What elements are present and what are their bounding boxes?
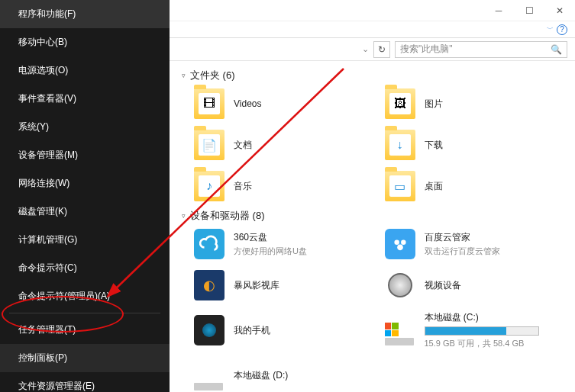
- folder-icon: ↓: [385, 130, 415, 160]
- address-bar-row: ⌄ ↻ 搜索"此电脑" 🔍: [170, 38, 575, 61]
- folder-pictures[interactable]: 🖼 图片: [385, 88, 568, 119]
- menu-item-cmd-admin[interactable]: 命令提示符(管理员)(A): [0, 282, 170, 310]
- baidu-icon: [385, 229, 415, 259]
- device-label: 暴风影视库: [234, 279, 279, 292]
- menu-item-network[interactable]: 网络连接(W): [0, 169, 170, 198]
- drive-label: 本地磁盘 (D:): [234, 369, 288, 382]
- device-label: 我的手机: [234, 324, 270, 337]
- address-dropdown[interactable]: ⌄: [362, 44, 369, 54]
- drive-sublabel: 15.9 GB 可用，共 58.4 GB: [425, 338, 547, 349]
- menu-item-power[interactable]: 电源选项(O): [0, 56, 170, 85]
- svg-point-2: [397, 245, 403, 251]
- device-drive-d[interactable]: 本地磁盘 (D:): [194, 360, 377, 390]
- chevron-down-icon[interactable]: ﹀: [547, 24, 554, 34]
- device-baiducloud[interactable]: 百度云管家 双击运行百度云管家: [385, 229, 568, 259]
- device-sublabel: 方便好用的网络U盘: [234, 246, 307, 257]
- devices-grid: 360云盘 方便好用的网络U盘 百度云管家 双击运行百度云管家 ◐ 暴风影视库: [179, 229, 575, 390]
- folder-label: 音乐: [234, 180, 252, 193]
- folders-grid: 🎞 Videos 🖼 图片 📄 文档 ↓ 下载 ♪ 音乐 ▭ 桌面: [179, 88, 575, 201]
- search-placeholder: 搜索"此电脑": [400, 43, 453, 56]
- ribbon-collapse-row: ﹀ ?: [170, 21, 575, 38]
- menu-item-diskmgmt[interactable]: 磁盘管理(K): [0, 198, 170, 226]
- folder-videos[interactable]: 🎞 Videos: [194, 88, 377, 119]
- menu-item-explorer[interactable]: 文件资源管理器(E): [0, 372, 170, 392]
- device-label: 360云盘: [234, 231, 307, 244]
- explorer-window: ─ ☐ ✕ ﹀ ? ⌄ ↻ 搜索"此电脑" 🔍 ▿ 文件夹 (6) 🎞 Vide…: [170, 0, 575, 392]
- refresh-button[interactable]: ↻: [373, 41, 390, 58]
- folder-desktop[interactable]: ▭ 桌面: [385, 171, 568, 201]
- menu-item-programs[interactable]: 程序和功能(F): [0, 0, 170, 28]
- menu-item-controlpanel[interactable]: 控制面板(P): [0, 344, 170, 372]
- search-input[interactable]: 搜索"此电脑" 🔍: [395, 41, 567, 58]
- menu-item-taskmgr[interactable]: 任务管理器(T): [0, 316, 170, 344]
- folder-documents[interactable]: 📄 文档: [194, 130, 377, 160]
- device-sublabel: 双击运行百度云管家: [425, 246, 500, 257]
- chevron-down-icon: ▿: [182, 212, 186, 220]
- svg-point-1: [401, 240, 406, 246]
- device-phone[interactable]: 我的手机: [194, 311, 377, 349]
- baofeng-icon: ◐: [194, 270, 225, 300]
- device-drive-c[interactable]: 本地磁盘 (C:) 15.9 GB 可用，共 58.4 GB: [385, 311, 568, 349]
- folder-label: 图片: [425, 98, 443, 111]
- folder-label: 文档: [234, 139, 252, 152]
- folder-icon: ♪: [194, 171, 225, 201]
- device-baofeng[interactable]: ◐ 暴风影视库: [194, 270, 377, 300]
- folder-label: 桌面: [425, 180, 443, 193]
- cloud-icon: [194, 229, 225, 259]
- drive-icon: [385, 315, 415, 345]
- folder-label: 下载: [425, 139, 443, 152]
- menu-separator: [9, 313, 160, 313]
- chevron-down-icon: ▿: [182, 72, 186, 79]
- device-webcam[interactable]: 视频设备: [385, 270, 568, 300]
- content-area: ▿ 文件夹 (6) 🎞 Videos 🖼 图片 📄 文档 ↓ 下载 ♪ 音乐: [170, 61, 575, 392]
- minimize-button[interactable]: ─: [483, 0, 514, 21]
- folder-label: Videos: [234, 98, 261, 109]
- folder-icon: ▭: [385, 171, 415, 201]
- drive-icon: [194, 360, 225, 390]
- device-label: 百度云管家: [425, 231, 500, 244]
- svg-point-0: [394, 240, 399, 246]
- folder-music[interactable]: ♪ 音乐: [194, 171, 377, 201]
- device-360cloud[interactable]: 360云盘 方便好用的网络U盘: [194, 229, 377, 259]
- menu-item-system[interactable]: 系统(Y): [0, 113, 170, 141]
- search-icon: 🔍: [551, 44, 562, 55]
- help-icon[interactable]: ?: [557, 24, 567, 35]
- phone-icon: [194, 315, 225, 345]
- menu-item-devicemgr[interactable]: 设备管理器(M): [0, 141, 170, 169]
- group-header-devices[interactable]: ▿ 设备和驱动器 (8): [182, 209, 575, 223]
- folder-icon: 🖼: [385, 88, 415, 119]
- group-title-folders: 文件夹 (6): [190, 69, 235, 82]
- group-title-devices: 设备和驱动器 (8): [190, 209, 265, 223]
- menu-item-compmgmt[interactable]: 计算机管理(G): [0, 226, 170, 254]
- winx-context-menu: 程序和功能(F) 移动中心(B) 电源选项(O) 事件查看器(V) 系统(Y) …: [0, 0, 170, 392]
- drive-label: 本地磁盘 (C:): [425, 311, 547, 324]
- close-button[interactable]: ✕: [544, 0, 575, 21]
- maximize-button[interactable]: ☐: [514, 0, 544, 21]
- folder-icon: 📄: [194, 130, 225, 160]
- folder-downloads[interactable]: ↓ 下载: [385, 130, 568, 160]
- menu-item-eventviewer[interactable]: 事件查看器(V): [0, 85, 170, 113]
- menu-item-mobility[interactable]: 移动中心(B): [0, 28, 170, 56]
- titlebar: ─ ☐ ✕: [170, 0, 575, 21]
- folder-icon: 🎞: [194, 88, 225, 119]
- drive-usage-bar: [425, 326, 539, 336]
- menu-item-cmd[interactable]: 命令提示符(C): [0, 254, 170, 282]
- group-header-folders[interactable]: ▿ 文件夹 (6): [182, 69, 575, 82]
- webcam-icon: [385, 270, 415, 300]
- device-label: 视频设备: [425, 279, 461, 292]
